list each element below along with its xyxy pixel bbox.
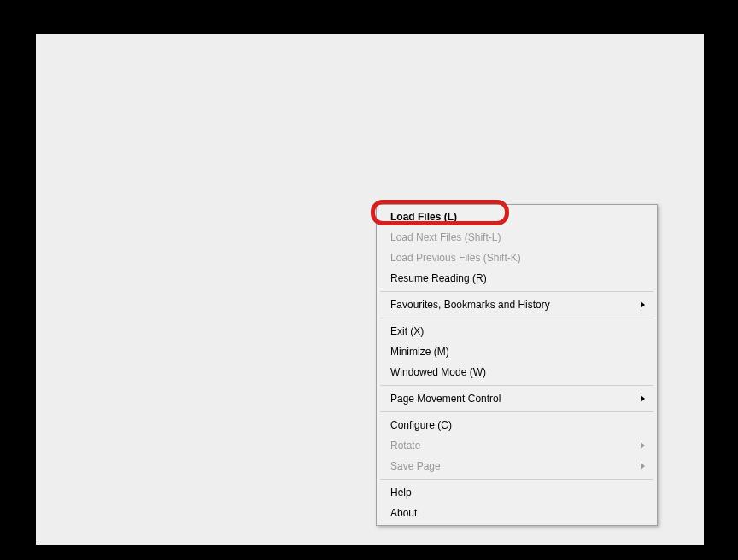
menu-separator	[380, 318, 653, 318]
menu-separator	[380, 385, 653, 386]
menu-item-exit[interactable]: Exit (X)	[378, 321, 655, 341]
menu-item-load-previous-files: Load Previous Files (Shift-K)	[378, 248, 655, 268]
menu-item-label: Save Page	[390, 459, 441, 473]
menu-item-configure[interactable]: Configure (C)	[378, 415, 655, 435]
menu-item-save-page: Save Page	[378, 456, 655, 476]
menu-item-label: Rotate	[390, 439, 420, 452]
submenu-arrow-icon	[641, 442, 645, 449]
menu-item-label: Load Next Files (Shift-L)	[390, 230, 501, 244]
menu-item-label: Exit (X)	[390, 324, 424, 338]
menu-item-label: Load Previous Files (Shift-K)	[390, 251, 521, 265]
menu-item-label: Configure (C)	[390, 418, 452, 432]
menu-item-help[interactable]: Help	[378, 482, 655, 503]
menu-item-label: Help	[390, 486, 412, 499]
menu-item-label: Minimize (M)	[390, 345, 449, 359]
menu-item-rotate: Rotate	[378, 435, 655, 456]
menu-item-resume-reading[interactable]: Resume Reading (R)	[378, 268, 655, 289]
menu-item-windowed-mode[interactable]: Windowed Mode (W)	[378, 362, 655, 382]
submenu-arrow-icon	[641, 301, 645, 308]
menu-item-minimize[interactable]: Minimize (M)	[378, 341, 655, 362]
menu-separator	[380, 291, 653, 292]
menu-item-load-files[interactable]: Load Files (L)	[378, 207, 655, 227]
menu-item-label: Load Files (L)	[390, 210, 457, 224]
menu-item-label: Page Movement Control	[390, 392, 501, 405]
menu-item-load-next-files: Load Next Files (Shift-L)	[378, 227, 655, 248]
submenu-arrow-icon	[641, 463, 645, 470]
menu-item-about[interactable]: About	[378, 503, 655, 523]
menu-item-label: About	[390, 506, 417, 520]
menu-separator	[380, 479, 653, 480]
context-menu: Load Files (L) Load Next Files (Shift-L)…	[376, 204, 658, 526]
menu-item-page-movement-control[interactable]: Page Movement Control	[378, 388, 655, 409]
menu-item-label: Windowed Mode (W)	[390, 365, 486, 379]
menu-item-label: Resume Reading (R)	[390, 271, 487, 285]
submenu-arrow-icon	[641, 395, 645, 402]
menu-item-favourites-bookmarks-history[interactable]: Favourites, Bookmarks and History	[378, 295, 655, 315]
menu-separator	[380, 411, 653, 412]
menu-item-label: Favourites, Bookmarks and History	[390, 298, 550, 312]
